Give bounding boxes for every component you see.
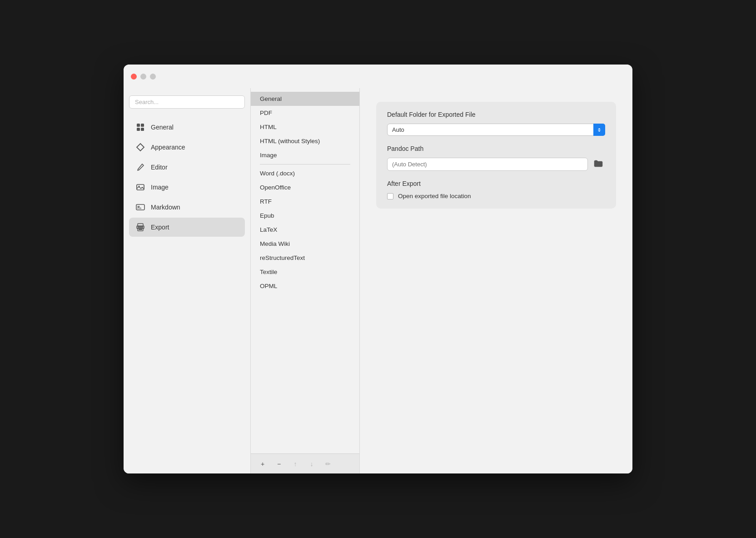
pandoc-path-input[interactable]	[387, 158, 588, 171]
format-list: General PDF HTML HTML (without Styles) I…	[251, 88, 359, 453]
settings-section: Default Folder for Exported File Auto Cu…	[376, 102, 616, 209]
move-down-button[interactable]: ↓	[305, 458, 318, 469]
format-item-general[interactable]: General	[251, 92, 359, 106]
select-row: Auto Custom...	[387, 124, 605, 136]
format-item-pdf[interactable]: PDF	[251, 106, 359, 120]
sidebar-item-editor[interactable]: Editor	[129, 158, 245, 177]
sidebar-item-label-appearance: Appearance	[151, 144, 185, 151]
titlebar	[124, 65, 632, 88]
sidebar-item-label-export: Export	[151, 224, 169, 231]
markdown-icon: M↓	[135, 202, 145, 212]
pencil-icon	[135, 162, 145, 172]
svg-rect-8	[138, 224, 143, 227]
format-divider	[260, 164, 350, 164]
select-wrapper: Auto Custom...	[387, 124, 605, 136]
svg-rect-4	[137, 184, 144, 190]
minimize-button[interactable]	[140, 74, 146, 80]
format-item-epub[interactable]: Epub	[251, 209, 359, 223]
after-export-title: After Export	[387, 180, 605, 187]
format-item-latex[interactable]: LaTeX	[251, 223, 359, 237]
format-item-mediawiki[interactable]: Media Wiki	[251, 237, 359, 251]
default-folder-section: Default Folder for Exported File Auto Cu…	[387, 111, 605, 136]
checkbox-row: Open exported file location	[387, 193, 605, 199]
pandoc-row	[387, 158, 605, 171]
sidebar-item-export[interactable]: Export	[129, 218, 245, 237]
format-item-opml[interactable]: OPML	[251, 279, 359, 293]
folder-icon	[593, 159, 603, 169]
grid-icon	[135, 122, 145, 132]
open-file-location-checkbox[interactable]	[387, 193, 393, 199]
pandoc-section: Pandoc Path	[387, 145, 605, 171]
search-input[interactable]	[129, 95, 245, 109]
search-container	[129, 95, 245, 109]
close-button[interactable]	[131, 74, 137, 80]
sidebar-item-markdown[interactable]: M↓ Markdown	[129, 198, 245, 217]
traffic-lights	[131, 74, 156, 80]
remove-format-button[interactable]: −	[273, 458, 285, 469]
maximize-button[interactable]	[150, 74, 156, 80]
sidebar-nav: General Appearance	[129, 118, 245, 237]
format-item-html[interactable]: HTML	[251, 120, 359, 134]
default-folder-select[interactable]: Auto Custom...	[387, 124, 605, 136]
pandoc-path-title: Pandoc Path	[387, 145, 605, 152]
svg-rect-11	[139, 229, 142, 230]
after-export-section: After Export Open exported file location	[387, 180, 605, 199]
svg-text:M↓: M↓	[138, 206, 142, 210]
sidebar-item-appearance[interactable]: Appearance	[129, 138, 245, 157]
sidebar-item-label-general: General	[151, 124, 174, 131]
right-panel: Default Folder for Exported File Auto Cu…	[360, 88, 632, 473]
format-item-image[interactable]: Image	[251, 148, 359, 162]
checkbox-label: Open exported file location	[398, 193, 471, 199]
add-format-button[interactable]: +	[256, 458, 269, 469]
format-item-word[interactable]: Word (.docx)	[251, 166, 359, 180]
svg-rect-1	[141, 124, 144, 127]
sidebar: General Appearance	[124, 88, 251, 473]
sidebar-item-label-image: Image	[151, 184, 169, 191]
svg-rect-2	[137, 128, 140, 131]
preferences-window: General Appearance	[124, 65, 632, 473]
format-item-textile[interactable]: Textile	[251, 265, 359, 279]
image-icon	[135, 182, 145, 192]
svg-rect-0	[137, 124, 140, 127]
default-folder-title: Default Folder for Exported File	[387, 111, 605, 118]
diamond-icon	[135, 142, 145, 152]
format-item-html-no-styles[interactable]: HTML (without Styles)	[251, 134, 359, 148]
browse-folder-button[interactable]	[592, 158, 605, 171]
sidebar-item-label-editor: Editor	[151, 164, 168, 171]
move-up-button[interactable]: ↑	[289, 458, 302, 469]
format-item-restructuredtext[interactable]: reStructuredText	[251, 251, 359, 265]
main-content: General Appearance	[124, 88, 632, 473]
format-item-rtf[interactable]: RTF	[251, 194, 359, 209]
format-toolbar: + − ↑ ↓ ✏	[251, 453, 359, 473]
printer-icon	[135, 222, 145, 232]
edit-format-button[interactable]: ✏	[322, 458, 334, 469]
sidebar-item-image[interactable]: Image	[129, 178, 245, 197]
svg-rect-3	[141, 128, 144, 131]
sidebar-item-general[interactable]: General	[129, 118, 245, 137]
format-item-openoffice[interactable]: OpenOffice	[251, 180, 359, 194]
center-panel: General PDF HTML HTML (without Styles) I…	[251, 88, 360, 473]
sidebar-item-label-markdown: Markdown	[151, 204, 180, 211]
